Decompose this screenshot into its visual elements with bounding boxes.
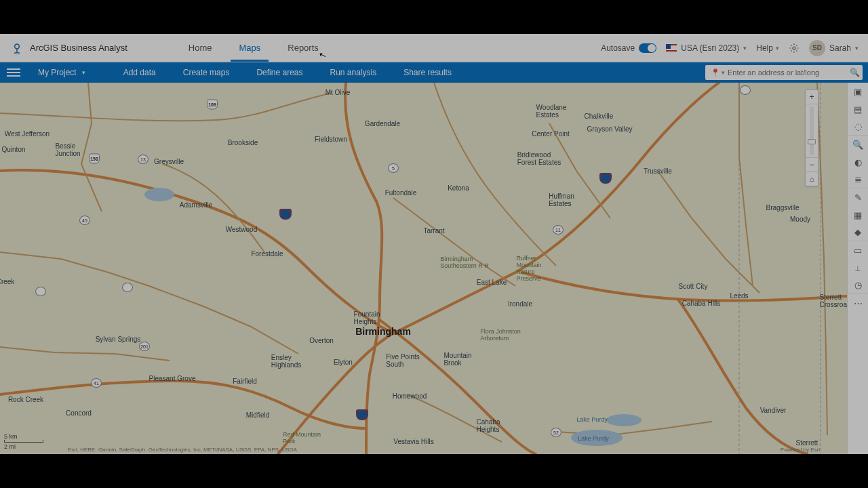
help-label: Help xyxy=(756,43,773,53)
tab-add-data[interactable]: Add data xyxy=(123,68,156,77)
map-label: Birmingham Southeastern R R xyxy=(440,256,489,269)
state-shield-icon xyxy=(122,283,133,292)
avatar: SD xyxy=(809,40,825,56)
map-label: Irondale xyxy=(508,300,532,308)
map-label: Fieldstown xyxy=(315,136,347,143)
search-input[interactable] xyxy=(728,68,850,77)
us-shield-icon: 109 xyxy=(207,100,218,110)
map-label: Vestavia Hills xyxy=(393,438,433,445)
toggle-on-icon[interactable] xyxy=(639,43,656,53)
compass-icon[interactable]: ◌ xyxy=(848,118,868,136)
map-label: Sterrett xyxy=(796,439,818,447)
map-label: Flora Johnston Arboretum xyxy=(480,328,521,342)
app-header: ArcGIS Business Analyst Home Maps Report… xyxy=(0,34,868,62)
us-flag-icon xyxy=(666,44,677,52)
map-label: Vandiver xyxy=(760,407,787,414)
state-shield-icon: 45 xyxy=(79,216,90,225)
city-label-main: Birmingham xyxy=(355,326,411,337)
map-label: Fountain Heights xyxy=(354,310,380,325)
hamburger-icon[interactable] xyxy=(7,68,20,77)
search-icon[interactable]: 🔍 xyxy=(850,68,860,77)
zoom-thumb[interactable] xyxy=(808,139,816,144)
svg-point-5 xyxy=(606,414,642,426)
map-label: Homewood xyxy=(393,392,427,400)
zoom-control: + − ⌂ xyxy=(805,89,818,186)
tab-reports[interactable]: Reports xyxy=(285,35,321,61)
map-label: Rock Creek xyxy=(8,396,43,403)
tab-maps[interactable]: Maps xyxy=(236,35,263,61)
svg-point-3 xyxy=(144,188,174,201)
map-label: West Jefferson xyxy=(5,130,50,138)
map-label: Woodlane Estates xyxy=(536,104,567,119)
tab-run-analysis[interactable]: Run analysis xyxy=(330,68,376,77)
map-label: Moody xyxy=(790,216,810,223)
project-select[interactable]: My Project ▾ xyxy=(38,68,85,77)
chevron-down-icon: ▾ xyxy=(776,45,779,52)
chevron-down-icon: ▾ xyxy=(855,45,859,52)
map-label: Chalkville xyxy=(585,113,614,120)
zoom-out-button[interactable]: − xyxy=(806,158,818,171)
svg-point-0 xyxy=(15,44,20,49)
zoom-in-button[interactable]: + xyxy=(806,90,818,104)
map-label: Creek xyxy=(0,270,14,285)
map-label: Cahaba Heights xyxy=(476,418,500,433)
state-shield-icon: 5 xyxy=(388,163,399,173)
tab-create-maps[interactable]: Create maps xyxy=(183,68,230,77)
tab-home[interactable]: Home xyxy=(186,35,215,61)
dots-icon[interactable]: ⋯ xyxy=(848,294,868,312)
map-canvas[interactable]: Mt OliveGardendaleFieldstownBrooksideGre… xyxy=(0,83,847,454)
header-right: Autosave USA (Esri 2023) ▾ Help ▾ SD Sar… xyxy=(601,40,859,56)
map-label: Scott City xyxy=(679,283,708,290)
search-icon[interactable]: 🔍 xyxy=(848,136,868,153)
state-shield-icon: 11 xyxy=(553,225,564,235)
basemap-icon[interactable]: ▦ xyxy=(848,206,868,224)
user-menu[interactable]: SD Sarah ▾ xyxy=(809,40,859,56)
svg-point-2 xyxy=(793,47,795,49)
tab-define-areas[interactable]: Define areas xyxy=(256,68,302,77)
layers-icon[interactable]: ▤ xyxy=(848,100,868,118)
list-icon[interactable]: ≣ xyxy=(848,171,868,188)
map-search[interactable]: 📍▾ 🔍 xyxy=(705,65,863,80)
map-label: Brookside xyxy=(228,139,258,146)
map-label: Grayson Valley xyxy=(587,125,632,133)
screen-icon[interactable]: ▭ xyxy=(848,241,868,259)
map-label: Bridlewood Forest Estates xyxy=(517,151,561,166)
user-name: Sarah xyxy=(829,43,851,53)
map-tool-strip: ▣▤◌🔍◐≣✎▦◆▭⟂◷⋯ xyxy=(847,83,868,454)
tab-share-results[interactable]: Share results xyxy=(403,68,452,77)
map-label: Leeds xyxy=(730,292,748,300)
chevron-down-icon: ▾ xyxy=(82,69,85,76)
zoom-slider[interactable] xyxy=(810,106,814,155)
map-label: Red Mountain Park xyxy=(283,431,321,445)
sign-icon[interactable]: ▣ xyxy=(848,83,868,100)
us-shield-icon: 150 xyxy=(89,154,100,164)
pin-icon[interactable]: 📍▾ xyxy=(708,68,728,77)
map-label: Sterrett Crossroads xyxy=(819,293,847,308)
zoom-home-button[interactable]: ⌂ xyxy=(806,172,818,186)
map-label: Westwood xyxy=(226,226,258,233)
map-label: Tarrant xyxy=(423,227,444,235)
workflow-tabs: Add data Create maps Define areas Run an… xyxy=(123,68,452,77)
autosave-toggle[interactable]: Autosave xyxy=(601,43,656,53)
draw-icon[interactable]: ✎ xyxy=(848,188,868,206)
map-label: Braggsville xyxy=(766,204,800,211)
region-label: USA (Esri 2023) xyxy=(681,43,739,53)
map-label: Lake Purdy xyxy=(576,416,608,423)
color-icon[interactable]: ◐ xyxy=(848,153,868,171)
help-menu[interactable]: Help ▾ xyxy=(756,43,779,53)
state-shield-icon: 13 xyxy=(138,155,149,164)
map-label: Trussville xyxy=(644,167,672,175)
workflow-bar: My Project ▾ Add data Create maps Define… xyxy=(0,62,868,83)
ruler-icon[interactable]: ⟂ xyxy=(848,259,868,277)
state-shield-icon xyxy=(740,85,751,95)
map-label: Forestdale xyxy=(251,250,283,258)
map-label: Huffman Estates xyxy=(549,192,574,207)
gear-icon[interactable] xyxy=(789,43,800,54)
map-label: Adamsville xyxy=(180,201,212,209)
time-icon[interactable]: ◷ xyxy=(848,277,868,294)
scale-bar: 5 km 2 mi xyxy=(4,433,43,450)
select-icon[interactable]: ◆ xyxy=(848,224,868,241)
map-label: Quinton xyxy=(1,146,25,153)
region-select[interactable]: USA (Esri 2023) ▾ xyxy=(666,43,747,53)
state-shield-icon: 41 xyxy=(91,378,102,388)
